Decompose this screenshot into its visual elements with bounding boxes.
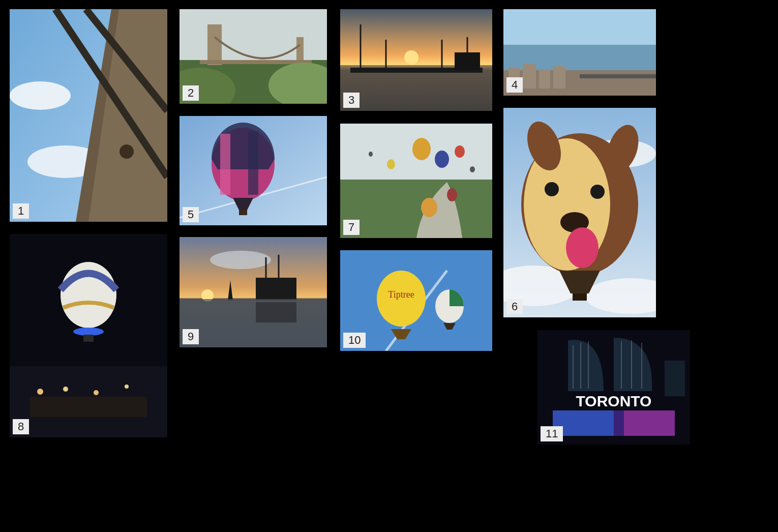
svg-point-65 bbox=[94, 390, 99, 395]
tile-number-badge: 9 bbox=[183, 329, 199, 344]
svg-point-64 bbox=[63, 387, 68, 392]
svg-rect-30 bbox=[553, 66, 565, 88]
gallery-tile-9[interactable]: 9 bbox=[179, 237, 327, 347]
gallery-tile-10[interactable]: Tiptree 10 bbox=[340, 250, 492, 351]
gallery-tile-3[interactable]: 3 bbox=[340, 9, 492, 111]
gallery-tile-5[interactable]: 5 bbox=[179, 116, 327, 225]
tile-number-badge: 6 bbox=[506, 299, 523, 314]
svg-rect-10 bbox=[207, 24, 222, 65]
svg-rect-31 bbox=[580, 74, 656, 78]
svg-rect-70 bbox=[83, 335, 94, 342]
gallery-tile-11[interactable]: TORONTO 11 bbox=[537, 330, 690, 445]
svg-rect-85 bbox=[665, 361, 685, 396]
svg-rect-36 bbox=[248, 131, 258, 195]
gallery-canvas: 1 2 bbox=[0, 0, 778, 532]
gallery-tile-7[interactable]: 7 bbox=[340, 124, 492, 238]
tile-number-badge: 8 bbox=[13, 419, 29, 434]
tile-number-badge: 10 bbox=[343, 333, 366, 348]
gallery-tile-2[interactable]: 2 bbox=[179, 9, 327, 104]
toronto-sign-text: TORONTO bbox=[576, 393, 652, 409]
balloon-brand-text: Tiptree bbox=[388, 289, 414, 300]
svg-point-49 bbox=[566, 227, 599, 268]
svg-rect-35 bbox=[220, 134, 230, 195]
tile-number-badge: 11 bbox=[541, 426, 563, 441]
svg-rect-78 bbox=[179, 299, 327, 347]
svg-point-54 bbox=[435, 151, 449, 168]
svg-point-60 bbox=[470, 166, 475, 172]
svg-rect-94 bbox=[624, 410, 675, 436]
svg-rect-52 bbox=[340, 180, 492, 238]
svg-rect-50 bbox=[573, 293, 587, 301]
svg-point-46 bbox=[545, 182, 559, 196]
svg-rect-67 bbox=[30, 397, 147, 417]
tile-number-badge: 2 bbox=[183, 85, 199, 101]
svg-point-58 bbox=[447, 188, 457, 201]
svg-point-53 bbox=[412, 138, 431, 160]
tile-number-badge: 1 bbox=[13, 203, 29, 219]
svg-rect-79 bbox=[256, 302, 296, 322]
svg-point-59 bbox=[369, 152, 373, 157]
gallery-tile-8[interactable]: 8 bbox=[10, 234, 167, 437]
svg-rect-29 bbox=[539, 69, 550, 88]
gallery-tile-6[interactable]: 6 bbox=[503, 108, 656, 317]
svg-rect-23 bbox=[455, 52, 480, 70]
svg-point-72 bbox=[210, 251, 271, 269]
gallery-tile-1[interactable]: 1 bbox=[10, 9, 167, 222]
svg-point-7 bbox=[119, 144, 134, 159]
svg-point-66 bbox=[125, 385, 129, 389]
svg-point-47 bbox=[590, 185, 605, 199]
svg-point-16 bbox=[404, 50, 418, 65]
svg-point-63 bbox=[37, 389, 43, 395]
svg-point-57 bbox=[421, 198, 437, 217]
svg-rect-74 bbox=[256, 278, 296, 301]
svg-rect-24 bbox=[503, 9, 656, 50]
svg-rect-37 bbox=[239, 210, 247, 215]
tile-number-badge: 3 bbox=[343, 93, 360, 108]
tile-number-badge: 7 bbox=[343, 220, 360, 235]
gallery-tile-4[interactable]: 4 bbox=[503, 9, 656, 96]
svg-rect-28 bbox=[523, 64, 536, 88]
svg-point-56 bbox=[387, 159, 395, 169]
tile-number-badge: 4 bbox=[506, 77, 523, 93]
svg-point-69 bbox=[73, 328, 104, 336]
svg-point-1 bbox=[10, 81, 71, 110]
svg-point-55 bbox=[455, 145, 465, 158]
tile-number-badge: 5 bbox=[183, 207, 199, 222]
